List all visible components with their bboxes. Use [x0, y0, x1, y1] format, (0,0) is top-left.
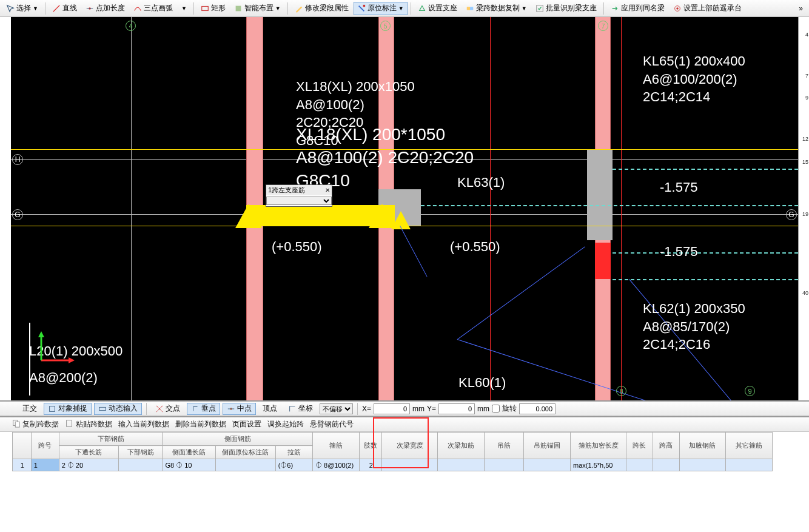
action-bar: 复制跨数据 粘贴跨数据 输入当前列数据 删除当前列数据 页面设置 调换起始跨 悬…: [0, 417, 809, 432]
col-sub-beam-width[interactable]: 次梁宽度: [382, 433, 438, 459]
quad-snap[interactable]: 坐标: [284, 403, 317, 415]
annot-XL18-big: XL18(XL) 200*1050 A8@100(2) 2C20;2C20 G8…: [296, 123, 474, 192]
svg-line-0: [53, 5, 60, 12]
grid-bubble-9: 9: [745, 386, 755, 396]
set-upper-rebar[interactable]: 设置上部筋遥承台: [670, 2, 745, 15]
svg-rect-16: [99, 407, 106, 410]
annot-KL63: KL63(1): [457, 173, 505, 192]
select-tool[interactable]: 选择▼: [2, 2, 42, 15]
col-side-annot[interactable]: 侧面原位标注筋: [216, 446, 276, 459]
col-span-no[interactable]: 跨号: [31, 433, 59, 459]
svg-rect-15: [50, 406, 55, 411]
rotate-label: 旋转: [502, 403, 517, 414]
popup-close-icon[interactable]: ✕: [325, 187, 330, 194]
col-side-group[interactable]: 侧面钢筋: [163, 433, 313, 446]
x-input[interactable]: [374, 403, 410, 414]
svg-marker-14: [38, 331, 44, 337]
table-row[interactable]: 1 1 2 ⏀ 20 G8 ⏀ 10 (⏀6) ⏀ 8@100(2) 2 max…: [13, 459, 773, 471]
edit-beam-props[interactable]: 修改梁段属性: [291, 2, 352, 15]
grid-bubble-4: 4: [126, 21, 136, 31]
axis-H: H: [12, 154, 23, 165]
svg-point-10: [676, 7, 679, 10]
cantilever-code[interactable]: 悬臂钢筋代号: [310, 419, 354, 429]
status-bar: 正交 对象捕捉 动态输入 交点 垂点 中点 顶点 坐标 不偏移 X= mm Y=…: [0, 400, 809, 416]
svg-rect-3: [202, 6, 209, 10]
col-side-through[interactable]: 侧面通长筋: [163, 446, 216, 459]
col-lower-through[interactable]: 下通长筋: [59, 446, 119, 459]
rebar-table: 跨号 下部钢筋 侧面钢筋 箍筋 肢数 次梁宽度 次梁加筋 吊筋 吊筋锚固 箍筋加…: [0, 432, 809, 531]
swap-start-span[interactable]: 调换起始跨: [267, 419, 304, 429]
set-support[interactable]: 设置支座: [414, 2, 461, 15]
svg-rect-5: [363, 4, 365, 7]
y-label: Y=: [427, 405, 436, 413]
smart-place[interactable]: 智能布置▼: [230, 2, 284, 15]
annot-minus1575-b: -1.575: [660, 243, 697, 261]
x-label: X=: [362, 405, 371, 413]
annot-plus055-b: (+0.550): [450, 238, 500, 256]
col-stirrup-dense[interactable]: 箍筋加密长度: [571, 433, 626, 459]
delete-current-col[interactable]: 删除当前列数据: [175, 419, 226, 429]
annot-KL65: KL65(1) 200x400 A6@100/200(2) 2C14;2C14: [643, 52, 745, 106]
annot-minus1575-a: -1.575: [660, 178, 697, 197]
apply-same-beam[interactable]: 应用到同名梁: [607, 2, 668, 15]
drawing-canvas[interactable]: 4 5 7 8 9 H G G XL18(XL) 200x1050 A8@100…: [11, 17, 798, 400]
svg-rect-7: [470, 7, 473, 10]
grid-bubble-8: 8: [616, 386, 626, 396]
col-other-stirrup[interactable]: 其它箍筋: [726, 433, 773, 459]
col-sub-beam-extra[interactable]: 次梁加筋: [438, 433, 485, 459]
arc-dropdown[interactable]: ▼: [178, 2, 190, 15]
ucs-icon: [35, 330, 78, 366]
midpoint-snap[interactable]: 中点: [223, 403, 256, 415]
ortho-toggle[interactable]: 正交: [18, 403, 41, 415]
popup-title: 1跨左支座筋: [268, 186, 305, 195]
bottom-panel: 复制跨数据 粘贴跨数据 输入当前列数据 删除当前列数据 页面设置 调换起始跨 悬…: [0, 416, 809, 531]
col-stirrup[interactable]: 箍筋: [312, 433, 359, 459]
col-hanger[interactable]: 吊筋: [484, 433, 524, 459]
popup-select[interactable]: [266, 197, 332, 205]
mm-label-1: mm: [412, 405, 425, 413]
annot-KL62: KL62(1) 200x350 A8@85/170(2) 2C14;2C16: [643, 300, 745, 354]
svg-rect-6: [466, 7, 469, 10]
toolbar-more[interactable]: »: [795, 2, 807, 15]
right-ruler: 4 7 9 12 15 19 40: [798, 17, 809, 400]
axis-G-left: G: [12, 209, 23, 220]
arc-3pt-tool[interactable]: 三点画弧: [130, 2, 176, 15]
col-tie[interactable]: 拉筋: [275, 446, 312, 459]
batch-recognize[interactable]: 批量识别梁支座: [532, 2, 600, 15]
input-current-col[interactable]: 输入当前列数据: [118, 419, 169, 429]
svg-rect-4: [235, 5, 241, 11]
intersection-snap[interactable]: 交点: [151, 403, 184, 415]
svg-marker-12: [69, 357, 75, 363]
grid-bubble-7: 7: [598, 21, 608, 31]
grid-bubble-5: 5: [380, 21, 391, 31]
perp-snap[interactable]: 垂点: [187, 403, 220, 415]
copy-beam-span[interactable]: 梁跨数据复制▼: [462, 2, 531, 15]
rotate-checkbox[interactable]: [492, 405, 500, 412]
paste-span-data[interactable]: 粘贴跨数据: [65, 419, 112, 429]
svg-rect-21: [67, 420, 72, 427]
osnap-toggle[interactable]: 对象捕捉: [44, 403, 92, 415]
line-tool[interactable]: 直线: [49, 2, 81, 15]
support-rebar-popup: 1跨左支座筋✕: [266, 184, 332, 207]
col-span-h[interactable]: 跨高: [653, 433, 679, 459]
y-input[interactable]: [438, 403, 475, 414]
col-span-len[interactable]: 跨长: [626, 433, 653, 459]
axis-G-right: G: [786, 209, 797, 220]
vertex-snap[interactable]: 顶点: [258, 403, 281, 415]
page-setup[interactable]: 页面设置: [232, 419, 261, 429]
point-length-tool[interactable]: 点加长度: [82, 2, 129, 15]
offset-select[interactable]: 不偏移: [320, 403, 353, 414]
col-waist-add[interactable]: 加腋钢筋: [679, 433, 726, 459]
top-toolbar: 选择▼ 直线 点加长度 三点画弧 ▼ 矩形 智能布置▼ 修改梁段属性 原位标注▼…: [0, 0, 809, 17]
dynamic-input-toggle[interactable]: 动态输入: [94, 403, 142, 415]
mm-label-2: mm: [477, 405, 489, 413]
col-hanger-anchor[interactable]: 吊筋锚固: [524, 433, 571, 459]
col-lower-rebar[interactable]: 下部钢筋: [119, 446, 163, 459]
in-place-annotation[interactable]: 原位标注▼: [354, 2, 408, 15]
rotate-input[interactable]: [519, 403, 556, 414]
col-lower-group[interactable]: 下部钢筋: [59, 433, 163, 446]
col-limbs[interactable]: 肢数: [359, 433, 381, 459]
annot-plus055-a: (+0.550): [272, 238, 322, 256]
rect-tool[interactable]: 矩形: [197, 2, 229, 15]
copy-span-data[interactable]: 复制跨数据: [12, 419, 59, 429]
